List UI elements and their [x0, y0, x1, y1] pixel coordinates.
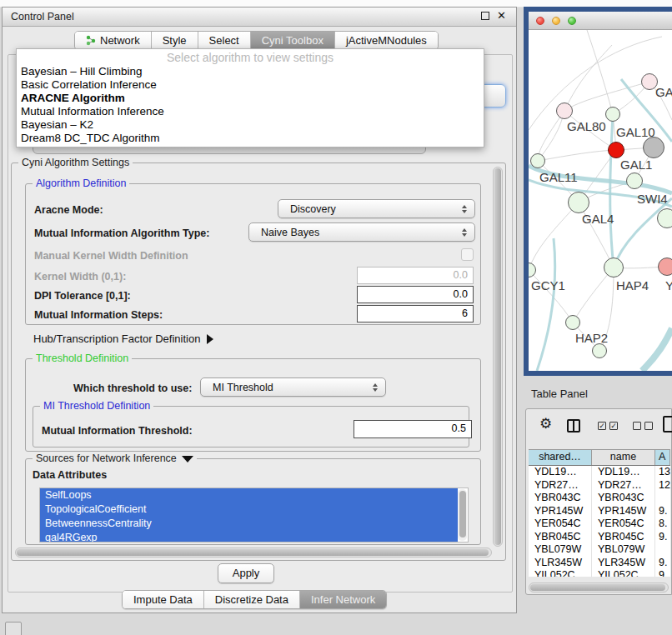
table-doc-icon[interactable]: [663, 416, 672, 432]
list-item[interactable]: BetweennessCentrality: [40, 517, 458, 531]
settings-vertical-scrollbar[interactable]: [493, 167, 503, 547]
node-salmon[interactable]: [658, 258, 672, 276]
algorithm-dropdown-popup: Select algorithm to view settings Bayesi…: [16, 48, 484, 148]
node-gal11[interactable]: [530, 153, 545, 168]
which-threshold-combo[interactable]: MI Threshold: [200, 378, 386, 397]
minimized-panel-icon[interactable]: [5, 622, 22, 635]
algorithm-option[interactable]: Mutual Information Inference: [17, 105, 484, 118]
kernel-width-label: Kernel Width (0,1):: [34, 271, 126, 282]
node-label: GAL4: [582, 212, 614, 226]
column-header-name[interactable]: name: [592, 450, 655, 465]
algorithm-option[interactable]: Dream8 DC_TDC Algorithm: [17, 132, 484, 145]
tab-style[interactable]: Style: [152, 32, 198, 49]
algorithm-option[interactable]: Bayesian – Hill Climbing: [17, 65, 484, 78]
combo-stepper-icon: [458, 228, 471, 237]
node-table: shared… name A YDL19…YDL19…13 YDR27…YDR2…: [529, 449, 670, 577]
node-gal4[interactable]: [568, 192, 589, 213]
mi-type-label: Mutual Information Algorithm Type:: [34, 228, 209, 239]
expanded-arrow-icon: [182, 456, 193, 462]
close-traffic-light-icon[interactable]: [536, 17, 544, 25]
node-label: GAL1: [620, 158, 652, 172]
threshold-definition-group: Threshold Definition Which threshold to …: [25, 358, 481, 452]
tab-jactivemnodules[interactable]: jActiveMNodules: [335, 32, 438, 49]
list-item[interactable]: SelfLoops: [40, 488, 458, 502]
mi-threshold-field[interactable]: 0.5: [354, 420, 472, 438]
manual-kernel-checkbox[interactable]: [461, 248, 474, 261]
data-attributes-list[interactable]: SelfLoops TopologicalCoefficient Between…: [39, 488, 469, 542]
table-horizontal-scrollbar[interactable]: [529, 582, 669, 592]
algorithm-definition-title: Algorithm Definition: [33, 178, 129, 189]
gear-icon[interactable]: ⚙: [539, 415, 552, 432]
table-row[interactable]: YBR043CYBR043C: [529, 492, 670, 505]
table-row[interactable]: YBR045CYBR045C9.: [529, 531, 670, 544]
which-threshold-label: Which threshold to use:: [73, 382, 192, 394]
control-panel-title: Control Panel: [11, 11, 74, 22]
collapsed-arrow-icon: [207, 334, 213, 344]
select-all-checkbox-icon[interactable]: ✓: [598, 422, 606, 430]
float-window-icon[interactable]: [481, 12, 489, 20]
tab-network[interactable]: Network: [75, 32, 152, 49]
algorithm-option[interactable]: Bayesian – K2: [17, 118, 484, 132]
table-row[interactable]: YDR27…YDR27…12: [529, 479, 670, 492]
node-hap2[interactable]: [565, 315, 580, 330]
settings-horizontal-scrollbar[interactable]: [15, 548, 492, 558]
node-gray[interactable]: [643, 137, 664, 158]
combo-stepper-icon: [369, 383, 382, 392]
control-panel-tabbar: Network Style Select Cyni Toolbox jActiv…: [74, 31, 439, 50]
table-row[interactable]: YER054CYER054C8.: [529, 518, 670, 531]
dpi-tolerance-field[interactable]: 0.0: [357, 286, 474, 303]
node-right-green[interactable]: [657, 208, 672, 228]
tab-select[interactable]: Select: [198, 32, 251, 49]
algorithm-option[interactable]: Basic Correlation Inference: [17, 78, 484, 92]
network-canvas[interactable]: GAL GAL80 GAL10 GAL1 GAL11 SWI4 GAL4 GCY…: [529, 30, 672, 371]
table-row[interactable]: YBL079WYBL079W: [529, 543, 670, 557]
node-swi4[interactable]: [626, 172, 643, 189]
sources-group: Sources for Network Inference Data Attri…: [25, 458, 481, 545]
algorithm-option-selected[interactable]: ARACNE Algorithm: [17, 92, 484, 105]
deselect-all-checkbox-icon[interactable]: [644, 422, 653, 430]
node-label: GAL10: [616, 125, 655, 139]
node-gal10[interactable]: [605, 107, 620, 122]
tab-impute-data[interactable]: Impute Data: [123, 591, 204, 608]
minimize-traffic-light-icon[interactable]: [552, 17, 560, 25]
apply-button[interactable]: Apply: [218, 563, 274, 583]
node-label: SWI4: [637, 192, 668, 206]
hub-definition-toggle[interactable]: Hub/Transcription Factor Definition: [33, 332, 213, 345]
zoom-traffic-light-icon[interactable]: [568, 17, 576, 25]
list-item[interactable]: gal4RGexp: [40, 531, 458, 542]
network-tab-icon: [86, 35, 97, 46]
deselect-all-checkbox-icon[interactable]: [633, 422, 641, 430]
aracne-mode-combo[interactable]: Discovery: [278, 199, 475, 218]
table-row[interactable]: YLR345WYLR345W9.: [529, 557, 670, 570]
table-row[interactable]: YIL052CYIL052C9: [529, 569, 670, 577]
table-row[interactable]: YPR145WYPR145W9.: [529, 505, 670, 518]
table-panel-title: Table Panel: [531, 388, 588, 400]
kernel-width-field[interactable]: 0.0: [357, 267, 474, 284]
dpi-tolerance-label: DPI Tolerance [0,1]:: [34, 290, 131, 302]
sources-group-title[interactable]: Sources for Network Inference: [33, 452, 197, 464]
mi-algorithm-type-combo[interactable]: Naive Bayes: [248, 222, 475, 242]
column-header-third[interactable]: A: [655, 450, 670, 465]
node-bottom[interactable]: [592, 343, 607, 358]
table-row[interactable]: YDL19…YDL19…13: [529, 466, 670, 479]
algorithm-combo-edge[interactable]: [483, 84, 506, 108]
mi-steps-field[interactable]: 6: [357, 305, 474, 322]
tab-infer-network[interactable]: Infer Network: [300, 591, 386, 608]
tab-discretize-data[interactable]: Discretize Data: [204, 591, 300, 608]
node-label: GAL11: [539, 170, 578, 184]
network-window-titlebar: [529, 12, 672, 30]
close-window-icon[interactable]: [497, 9, 506, 22]
node-gal80[interactable]: [556, 102, 573, 119]
columns-icon[interactable]: [567, 419, 580, 432]
column-header-shared-name[interactable]: shared…: [529, 450, 592, 465]
select-all-checkbox-icon[interactable]: ✓: [609, 422, 618, 430]
list-scrollbar[interactable]: [458, 489, 467, 541]
mi-threshold-label: Mutual Information Threshold:: [42, 425, 193, 437]
node-gal1-selected[interactable]: [608, 142, 624, 158]
node-label: HAP4: [616, 278, 649, 292]
tab-cyni-toolbox[interactable]: Cyni Toolbox: [251, 32, 335, 49]
control-panel-window: Control Panel Network Style Select Cyni …: [2, 7, 517, 613]
cyni-algorithm-settings-group: Cyni Algorithm Settings Algorithm Defini…: [11, 162, 506, 561]
node-hap4[interactable]: [604, 258, 624, 278]
list-item[interactable]: TopologicalCoefficient: [40, 502, 458, 517]
